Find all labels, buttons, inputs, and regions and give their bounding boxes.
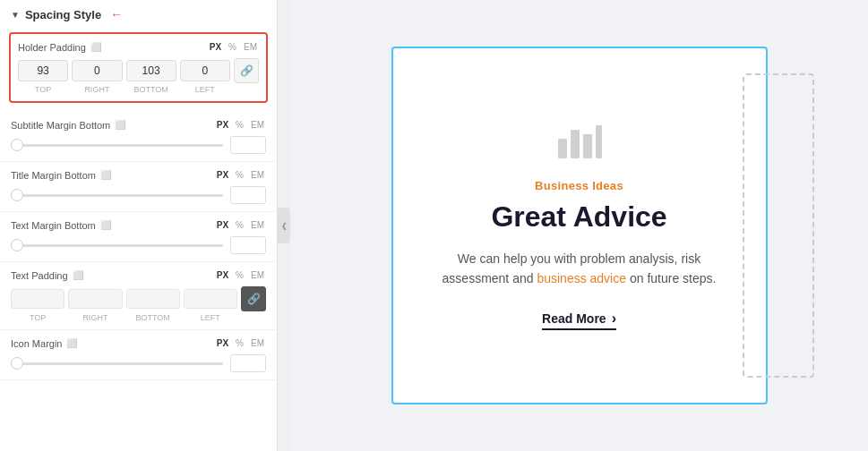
icon-margin-value[interactable] — [230, 354, 266, 372]
collapse-handle[interactable]: ❮ — [278, 208, 290, 243]
text-margin-label: Text Margin Bottom ⬜ — [11, 220, 111, 231]
text-padding-label: Text Padding ⬜ — [11, 270, 83, 281]
text-padding-unit-percent[interactable]: % — [234, 269, 245, 281]
icon-margin-section: Icon Margin ⬜ PX % EM — [0, 330, 277, 380]
subtitle-margin-row — [11, 136, 266, 154]
padding-labels: TOP RIGHT BOTTOM LEFT — [18, 85, 259, 94]
icon-margin-unit-switcher[interactable]: PX % EM — [215, 337, 266, 349]
text-pad-label-top: TOP — [11, 313, 64, 322]
text-margin-section: Text Margin Bottom ⬜ PX % EM — [0, 212, 277, 262]
card-text-highlight: business advice — [537, 271, 626, 285]
card-text: We can help you with problem analysis, r… — [427, 249, 732, 289]
label-right: RIGHT — [72, 85, 122, 94]
monitor-icon-2: ⬜ — [115, 120, 125, 130]
card-inner: Business Ideas Great Advice We can help … — [427, 121, 732, 329]
subtitle-margin-label: Subtitle Margin Bottom ⬜ — [11, 120, 125, 131]
icon-margin-unit-px[interactable]: PX — [215, 337, 230, 349]
icon-margin-unit-em[interactable]: EM — [249, 337, 266, 349]
title-unit-switcher[interactable]: PX % EM — [215, 169, 266, 181]
unit-switcher[interactable]: PX % EM — [208, 41, 259, 53]
subtitle-margin-slider[interactable] — [11, 144, 223, 147]
text-margin-header: Text Margin Bottom ⬜ PX % EM — [11, 219, 266, 231]
arrow-icon: ← — [110, 7, 123, 21]
subtitle-margin-value[interactable] — [230, 136, 266, 154]
title-margin-label: Title Margin Bottom ⬜ — [11, 170, 111, 181]
text-pad-label-bottom: BOTTOM — [126, 313, 180, 322]
monitor-icon: ⬜ — [90, 42, 101, 52]
text-pad-left[interactable] — [184, 289, 237, 309]
text-margin-slider[interactable] — [11, 244, 223, 247]
icon-margin-unit-percent[interactable]: % — [234, 337, 245, 349]
icon-margin-row — [11, 354, 266, 372]
text-pad-bottom[interactable] — [126, 289, 180, 309]
text-padding-unit-switcher[interactable]: PX % EM — [215, 269, 266, 281]
bar-chart-icon — [427, 121, 732, 165]
title-margin-section: Title Margin Bottom ⬜ PX % EM — [0, 162, 277, 212]
padding-left-input[interactable] — [180, 60, 230, 81]
svg-rect-2 — [583, 134, 592, 158]
subtitle-margin-section: Subtitle Margin Bottom ⬜ PX % EM — [0, 112, 277, 162]
text-margin-unit-switcher[interactable]: PX % EM — [215, 219, 266, 231]
padding-top-input[interactable] — [18, 60, 68, 81]
title-unit-px[interactable]: PX — [215, 169, 230, 181]
label-bottom: BOTTOM — [126, 85, 176, 94]
monitor-icon-5: ⬜ — [73, 270, 83, 280]
icon-margin-header: Icon Margin ⬜ PX % EM — [11, 337, 266, 349]
text-padding-section: Text Padding ⬜ PX % EM 🔗 TOP RIGHT BOTTO… — [0, 262, 277, 330]
text-pad-link-button[interactable]: 🔗 — [241, 286, 266, 311]
padding-bottom-input[interactable] — [126, 60, 176, 81]
monitor-icon-4: ⬜ — [100, 220, 111, 230]
monitor-icon-6: ⬜ — [66, 338, 77, 348]
icon-margin-label: Icon Margin ⬜ — [11, 338, 77, 349]
text-padding-unit-px[interactable]: PX — [215, 269, 230, 281]
unit-px[interactable]: PX — [208, 41, 223, 53]
chevron-icon: ▼ — [11, 10, 20, 20]
title-unit-percent[interactable]: % — [234, 169, 245, 181]
section-header[interactable]: ▼ Spacing Style ← — [0, 0, 277, 29]
title-margin-header: Title Margin Bottom ⬜ PX % EM — [11, 169, 266, 181]
text-pad-label-left: LEFT — [184, 313, 237, 322]
text-padding-labels: TOP RIGHT BOTTOM LEFT — [11, 313, 266, 322]
unit-em[interactable]: EM — [242, 41, 259, 53]
padding-inputs: 🔗 — [18, 58, 259, 83]
card-title: Great Advice — [427, 200, 732, 234]
section-title: Spacing Style — [25, 8, 101, 21]
right-panel: Business Ideas Great Advice We can help … — [290, 0, 868, 451]
label-top: TOP — [18, 85, 68, 94]
link-button[interactable]: 🔗 — [234, 58, 259, 83]
text-margin-row — [11, 236, 266, 254]
card-container: Business Ideas Great Advice We can help … — [391, 47, 768, 404]
left-panel: ▼ Spacing Style ← Holder Padding ⬜ PX % … — [0, 0, 278, 451]
title-margin-slider[interactable] — [11, 194, 223, 197]
subtitle-margin-header: Subtitle Margin Bottom ⬜ PX % EM — [11, 119, 266, 131]
holder-padding-header: Holder Padding ⬜ PX % EM — [18, 41, 259, 53]
subtitle-unit-px[interactable]: PX — [215, 119, 230, 131]
subtitle-unit-em[interactable]: EM — [249, 119, 266, 131]
text-pad-label-right: RIGHT — [68, 313, 122, 322]
text-pad-right[interactable] — [68, 289, 122, 309]
icon-margin-slider[interactable] — [11, 362, 223, 365]
text-pad-top[interactable] — [11, 289, 64, 309]
card-subtitle: Business Ideas — [427, 179, 732, 192]
read-more-button[interactable]: Read More › — [542, 311, 616, 330]
holder-padding-section: Holder Padding ⬜ PX % EM 🔗 TOP RIGHT BOT… — [9, 32, 268, 103]
title-unit-em[interactable]: EM — [249, 169, 266, 181]
card-text-part2: on future steps. — [626, 271, 716, 285]
text-padding-header: Text Padding ⬜ PX % EM — [11, 269, 266, 281]
subtitle-unit-percent[interactable]: % — [234, 119, 245, 131]
svg-rect-3 — [596, 125, 602, 158]
svg-rect-1 — [571, 130, 580, 158]
subtitle-unit-switcher[interactable]: PX % EM — [215, 119, 266, 131]
dashed-placeholder-box — [743, 73, 814, 378]
title-margin-row — [11, 186, 266, 204]
text-margin-unit-em[interactable]: EM — [249, 219, 266, 231]
unit-percent[interactable]: % — [227, 41, 238, 53]
text-padding-inputs: 🔗 — [11, 286, 266, 311]
padding-right-input[interactable] — [72, 60, 122, 81]
title-margin-value[interactable] — [230, 186, 266, 204]
label-left: LEFT — [180, 85, 230, 94]
text-margin-value[interactable] — [230, 236, 266, 254]
text-padding-unit-em[interactable]: EM — [249, 269, 266, 281]
text-margin-unit-px[interactable]: PX — [215, 219, 230, 231]
text-margin-unit-percent[interactable]: % — [234, 219, 245, 231]
